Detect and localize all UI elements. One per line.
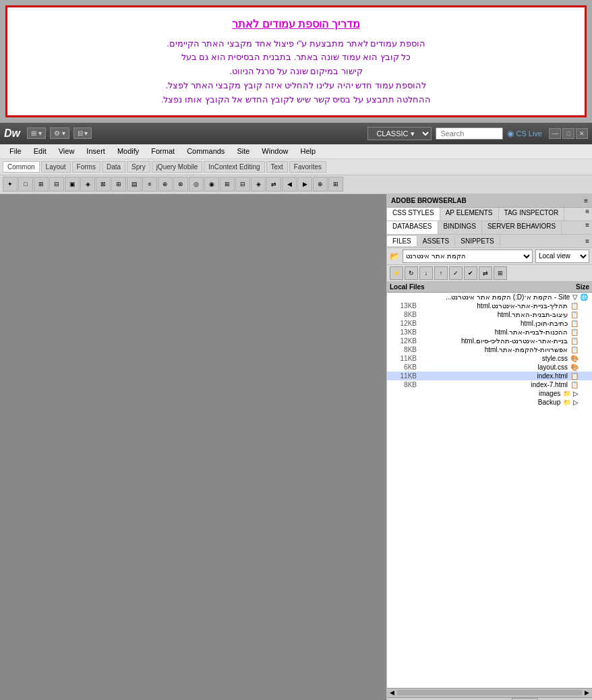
menu-modify[interactable]: Modify (112, 146, 144, 156)
file-item[interactable]: 📋בניית-אתר-אינטרנט-תהליכי-סיום.html12KB (387, 337, 592, 345)
tab-server-behaviors[interactable]: SERVER BEHAVIORS (482, 221, 562, 234)
menu-site[interactable]: Site (231, 146, 255, 156)
toolbar-btn-6[interactable]: ◈ (80, 177, 95, 192)
expand-button[interactable]: ⊞ (494, 266, 507, 280)
maximize-button[interactable]: □ (562, 128, 574, 139)
toolbar-btn-20[interactable]: ▶ (297, 177, 312, 192)
toolbar-btn-11[interactable]: ⊕ (158, 177, 173, 192)
insert-tab-text[interactable]: Text (266, 161, 288, 173)
file-item[interactable]: 📋ההכנות-לבניית-אתר.html13KB (387, 328, 592, 337)
toolbar-btn-21[interactable]: ⊕ (313, 177, 328, 192)
tab-css-styles[interactable]: CSS STYLES (387, 208, 440, 221)
toolbar-btn-2[interactable]: □ (18, 177, 33, 192)
panel-scrollbar[interactable]: ◀ ▶ (387, 688, 592, 697)
insert-tab-forms[interactable]: Forms (72, 161, 100, 173)
insert-tab-favorites[interactable]: Favorites (289, 161, 326, 173)
site-selector-row: 📂 הקמת אתר אינטרנט Local view Remote vie… (387, 248, 592, 265)
scroll-right[interactable]: ▶ (585, 689, 589, 696)
check-in-button[interactable]: ✔ (464, 266, 477, 280)
toolbar-btn-1[interactable]: ✦ (3, 177, 18, 192)
panel-status-bar: 🌐 1 local items selected totalling 11222… (387, 697, 592, 700)
get-files-button[interactable]: ↓ (419, 266, 433, 280)
cs-live-button[interactable]: ◉ CS Live (507, 129, 542, 138)
toolbar-btn-3[interactable]: ⊞ (34, 177, 49, 192)
db-menu-icon[interactable]: ≡ (583, 221, 592, 234)
layout-button[interactable]: ⊟ ▾ (73, 127, 92, 139)
toolbar-btn-5[interactable]: ▣ (65, 177, 80, 192)
menu-file[interactable]: File (4, 146, 27, 156)
sync-button[interactable]: ⇄ (479, 266, 492, 280)
file-item[interactable]: 📋עיצוב-תבנית-האתר.html8KB (387, 310, 592, 319)
tab-snippets[interactable]: SNIPPETS (455, 236, 500, 246)
insert-tab-incontext[interactable]: InContext Editing (204, 161, 264, 173)
file-item[interactable]: 🎨layout.css6KB (387, 363, 592, 372)
toolbar-btn-12[interactable]: ⊗ (173, 177, 188, 192)
db-bindings-tabs: DATABASES BINDINGS SERVER BEHAVIORS ≡ (387, 221, 592, 235)
file-item[interactable]: 📋כתיבת-תוכן.html12KB (387, 319, 592, 328)
tab-ap-elements[interactable]: AP ELEMENTS (440, 208, 499, 221)
toolbar-btn-9[interactable]: ▤ (127, 177, 142, 192)
connect-button[interactable]: ⚡ (390, 266, 403, 280)
file-size: 8KB (390, 346, 417, 353)
toolbar-btn-7[interactable]: ⊠ (96, 177, 111, 192)
menu-window[interactable]: Window (256, 146, 293, 156)
menu-format[interactable]: Format (146, 146, 180, 156)
view-dropdown[interactable]: Local view Remote view (535, 250, 589, 263)
toolbar-btn-17[interactable]: ◈ (251, 177, 266, 192)
file-item[interactable]: ▷ 📁images (387, 389, 592, 398)
screen-mode-button[interactable]: ⊞ ▾ (27, 127, 46, 139)
file-item[interactable]: 📋תהליך-בניית-אתר-אינטרנט.html13KB (387, 301, 592, 310)
refresh-button[interactable]: ↻ (405, 266, 418, 280)
workspace-dropdown[interactable]: CLASSIC ▾ (367, 127, 432, 140)
file-item[interactable]: 📋אפשרויות-להקמת-אתר.html8KB (387, 345, 592, 354)
close-button[interactable]: ✕ (576, 128, 588, 139)
tab-bindings[interactable]: BINDINGS (438, 221, 482, 234)
menu-commands[interactable]: Commands (181, 146, 230, 156)
file-item[interactable]: ▷ 📁Backup (387, 398, 592, 407)
insert-tab-jquery[interactable]: jQuery Mobile (152, 161, 203, 173)
insert-tab-common[interactable]: Common (3, 161, 40, 173)
panel-menu-icon[interactable]: ≡ (583, 208, 592, 221)
toolbar-btn-18[interactable]: ⇄ (266, 177, 281, 192)
site-icon: ▽ 🌐 (572, 293, 588, 301)
search-input[interactable] (436, 127, 503, 140)
site-dropdown[interactable]: הקמת אתר אינטרנט (403, 250, 533, 263)
toolbar-btn-14[interactable]: ◉ (204, 177, 219, 192)
file-item[interactable]: 📋index-7.html8KB (387, 380, 592, 389)
menu-insert[interactable]: Insert (81, 146, 111, 156)
titlebar: Dw ⊞ ▾ ⚙ ▾ ⊟ ▾ CLASSIC ▾ ◉ CS Live — □ ✕ (0, 123, 592, 144)
toolbar-btn-15[interactable]: ⊞ (220, 177, 235, 192)
menu-help[interactable]: Help (295, 146, 321, 156)
minimize-button[interactable]: — (549, 128, 561, 139)
toolbar-btn-10[interactable]: ≡ (142, 177, 157, 192)
tab-files[interactable]: FILES (387, 236, 417, 246)
file-size: 12KB (390, 337, 417, 345)
tab-assets[interactable]: ASSETS (417, 236, 455, 246)
file-item[interactable]: 📋index.html11KB (387, 372, 592, 380)
toolbar-btn-16[interactable]: ⊟ (235, 177, 250, 192)
toolbar-btn-19[interactable]: ◀ (282, 177, 297, 192)
settings-button[interactable]: ⚙ ▾ (50, 127, 69, 139)
scroll-left[interactable]: ◀ (390, 689, 394, 696)
tab-databases[interactable]: DATABASES (387, 221, 438, 234)
panel-collapse-icon[interactable]: ≡ (584, 197, 588, 204)
toolbar-btn-22[interactable]: ⊞ (328, 177, 343, 192)
menu-edit[interactable]: Edit (28, 146, 52, 156)
workspace-selector: CLASSIC ▾ ◉ CS Live — □ ✕ (367, 127, 588, 140)
put-files-button[interactable]: ↑ (434, 266, 448, 280)
toolbar-btn-4[interactable]: ⊟ (49, 177, 64, 192)
insert-tab-layout[interactable]: Layout (41, 161, 71, 173)
file-name: ההכנות-לבניית-אתר.html (417, 328, 568, 336)
toolbar-btn-13[interactable]: ◎ (189, 177, 204, 192)
adobe-browserlab-header: ADOBE BROWSERLAB ≡ (387, 194, 592, 208)
insert-tab-spry[interactable]: Spry (127, 161, 150, 173)
file-list[interactable]: ▽ 🌐Site - הקמת א׳(D:) הקמת אתר אינטרנט..… (387, 293, 592, 688)
check-out-button[interactable]: ✓ (449, 266, 463, 280)
toolbar-btn-8[interactable]: ⊞ (111, 177, 126, 192)
insert-tab-data[interactable]: Data (102, 161, 125, 173)
files-menu-icon[interactable]: ≡ (583, 237, 592, 245)
file-item[interactable]: 🎨style.css11KB (387, 354, 592, 363)
file-item[interactable]: ▽ 🌐Site - הקמת א׳(D:) הקמת אתר אינטרנט..… (387, 293, 592, 301)
tab-tag-inspector[interactable]: TAG INSPECTOR (499, 208, 565, 221)
menu-view[interactable]: View (53, 146, 80, 156)
